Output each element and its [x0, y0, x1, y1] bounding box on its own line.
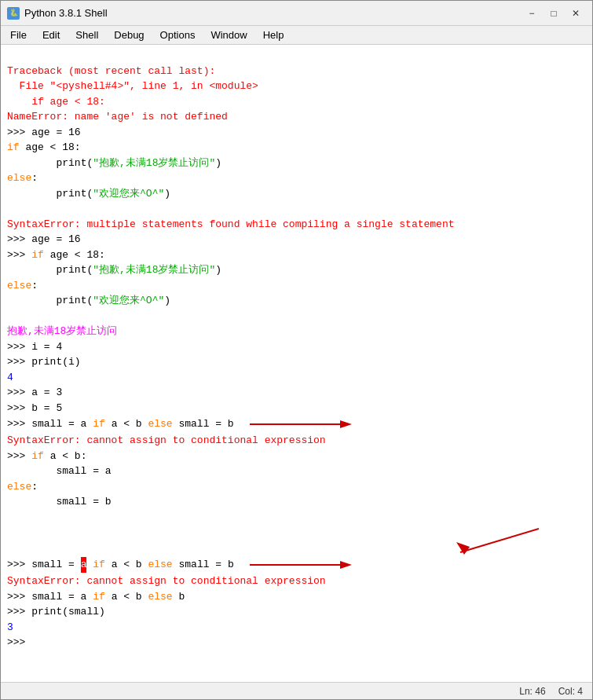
arrow1 [250, 416, 352, 433]
print-welcome: print("欢迎您来^O^") [7, 186, 586, 202]
if-age18: if age < 18: [7, 140, 586, 156]
title-bar-left: 🐍 Python 3.8.1 Shell [7, 7, 108, 20]
prompt-i4: >>> i = 4 [7, 339, 586, 355]
final-prompt: >>> [7, 635, 586, 651]
ln-status: Ln: 46 [519, 686, 545, 697]
svg-marker-1 [340, 420, 352, 428]
blank3 [7, 510, 586, 526]
prompt-if-ab: >>> if a < b: [7, 449, 586, 464]
close-button[interactable]: ✕ [566, 5, 586, 21]
prompt-print-i: >>> print(i) [7, 354, 586, 370]
prompt-a3: >>> a = 3 [7, 385, 586, 401]
app-icon: 🐍 [7, 7, 20, 20]
small-assign-line2: >>> small = a if a < b else small = b [7, 556, 586, 574]
else-line2: else: [7, 278, 586, 294]
menu-bar: File Edit Shell Debug Options Window Hel… [1, 26, 592, 45]
syntaxerror1: SyntaxError: multiple statements found w… [7, 217, 586, 233]
output-3: 3 [7, 620, 586, 636]
print-welcome-2: print("欢迎您来^O^") [7, 293, 586, 309]
prompt-age16: >>> age = 16 [7, 125, 586, 141]
minimize-button[interactable]: − [522, 5, 542, 21]
menu-help[interactable]: Help [257, 27, 291, 42]
svg-marker-5 [340, 561, 352, 569]
arrow3 [250, 556, 352, 574]
small-a-line: small = a [7, 464, 586, 479]
svg-marker-3 [456, 542, 470, 555]
else-line3: else: [7, 479, 586, 495]
output-4: 4 [7, 370, 586, 386]
prompt-age16-2: >>> age = 16 [7, 232, 586, 247]
blank2 [7, 309, 586, 324]
title-bar: 🐍 Python 3.8.1 Shell − □ ✕ [1, 1, 592, 26]
traceback-line: Traceback (most recent call last): [7, 64, 586, 79]
menu-options[interactable]: Options [154, 27, 202, 42]
if-age-line: if age < 18: [7, 94, 586, 110]
prompt-small-correct: >>> small = a if a < b else b [7, 589, 586, 605]
prompt-b5: >>> b = 5 [7, 401, 586, 416]
small-assign-line: >>> small = a if a < b else small = b [7, 416, 586, 433]
else-line: else: [7, 170, 586, 186]
blank1 [7, 201, 586, 217]
syntaxerror3: SyntaxError: cannot assign to conditiona… [7, 574, 586, 589]
small-b-line: small = b [7, 494, 586, 510]
window-title: Python 3.8.1 Shell [24, 7, 108, 19]
arrow2-line [7, 525, 586, 556]
col-status: Col: 4 [558, 686, 583, 697]
window-controls: − □ ✕ [522, 5, 586, 21]
menu-shell[interactable]: Shell [69, 27, 104, 42]
prompt-print-small: >>> print(small) [7, 604, 586, 620]
menu-file[interactable]: File [4, 27, 33, 42]
menu-window[interactable]: Window [204, 27, 253, 42]
output-rejected: 抱歉,未满18岁禁止访问 [7, 324, 586, 339]
syntaxerror2: SyntaxError: cannot assign to conditiona… [7, 433, 586, 449]
status-bar: Ln: 46 Col: 4 [1, 682, 592, 699]
prompt-if-age18: >>> if age < 18: [7, 247, 586, 263]
menu-edit[interactable]: Edit [36, 27, 66, 42]
menu-debug[interactable]: Debug [108, 27, 150, 42]
print-reject: print("抱歉,未满18岁禁止访问") [7, 156, 586, 171]
print-reject-2: print("抱歉,未满18岁禁止访问") [7, 262, 586, 278]
nameerror-line: NameError: name 'age' is not defined [7, 109, 586, 125]
shell-output[interactable]: Traceback (most recent call last): File … [1, 45, 592, 682]
file-line: File "<pyshell#4>", line 1, in <module> [7, 79, 586, 94]
svg-line-2 [460, 529, 539, 552]
maximize-button[interactable]: □ [544, 5, 564, 21]
highlighted-a: a [81, 557, 87, 573]
main-window: 🐍 Python 3.8.1 Shell − □ ✕ File Edit She… [0, 0, 593, 700]
output-line [7, 48, 586, 64]
